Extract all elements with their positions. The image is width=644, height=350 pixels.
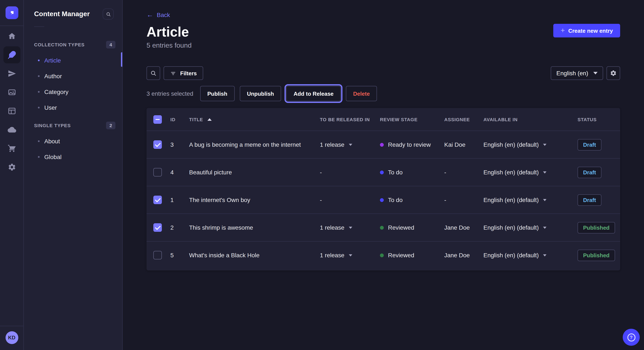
rail-header (0, 0, 24, 26)
stage-dot-icon (380, 198, 384, 202)
column-header-assignee[interactable]: ASSIGNEE (444, 117, 484, 122)
cell-title: What's inside a Black Hole (189, 252, 320, 259)
filter-icon (170, 70, 176, 76)
column-header-stage[interactable]: REVIEW STAGE (380, 117, 444, 122)
bullet-icon (38, 91, 40, 93)
stage-dot-icon (380, 170, 384, 174)
chevron-down-icon (348, 144, 352, 146)
cell-title: The internet's Own boy (189, 196, 320, 203)
chevron-down-icon (348, 226, 352, 229)
cell-available-in[interactable]: English (en) (default) (484, 252, 578, 259)
cell-release[interactable]: 1 release (320, 252, 380, 259)
status-badge: Published (578, 249, 615, 261)
row-checkbox[interactable] (153, 140, 162, 149)
table-row[interactable]: 4 Beautiful picture - To do - English (e… (146, 158, 620, 186)
column-header-title[interactable]: TITLE (189, 117, 320, 122)
cell-available-in[interactable]: English (en) (default) (484, 224, 578, 231)
select-all-checkbox[interactable] (153, 115, 162, 124)
section-label-collection-types: COLLECTION TYPES (34, 42, 84, 47)
create-new-entry-button[interactable]: + Create new entry (554, 24, 620, 37)
cell-available-in[interactable]: English (en) (default) (484, 196, 578, 203)
subnav-search-button[interactable] (103, 8, 114, 19)
sidebar-item-article[interactable]: Article (24, 52, 122, 68)
publish-button[interactable]: Publish (200, 86, 234, 101)
filters-button[interactable]: Filters (164, 66, 203, 80)
row-checkbox[interactable] (153, 196, 162, 204)
help-button[interactable]: ? (623, 329, 640, 346)
table-row[interactable]: 2 This shrimp is awesome 1 release Revie… (146, 213, 620, 241)
row-checkbox[interactable] (153, 223, 162, 232)
cell-available-in[interactable]: English (en) (default) (484, 141, 578, 148)
cell-status: Draft (578, 194, 620, 206)
bullet-icon (38, 107, 40, 108)
unpublish-button[interactable]: Unpublish (240, 86, 281, 101)
icon-rail: KD (0, 0, 24, 350)
sidebar-item-global[interactable]: Global (24, 149, 122, 165)
sidebar-item-category[interactable]: Category (24, 84, 122, 100)
home-icon[interactable] (3, 28, 20, 45)
cell-release[interactable]: - (320, 169, 380, 176)
sidebar-item-author[interactable]: Author (24, 68, 122, 84)
status-badge: Draft (578, 194, 602, 206)
entries-count: 5 entries found (146, 42, 620, 49)
cell-id: 2 (170, 224, 189, 231)
settings-gear-icon[interactable] (3, 159, 20, 176)
cell-available-in[interactable]: English (en) (default) (484, 169, 578, 176)
sidebar-item-user[interactable]: User (24, 100, 122, 115)
strapi-logo-icon[interactable] (5, 6, 18, 19)
table-row[interactable]: 3 A bug is becoming a meme on the intern… (146, 131, 620, 158)
cell-release[interactable]: 1 release (320, 141, 380, 148)
cell-id: 5 (170, 252, 189, 259)
cell-assignee: Kai Doe (444, 141, 484, 148)
cell-assignee: - (444, 169, 484, 176)
subnav-title: Content Manager (34, 9, 90, 19)
app-window: KD Content Manager COLLECTION TYPES 4 Ar… (0, 0, 644, 350)
locale-select[interactable]: English (en) (551, 66, 603, 80)
column-header-release[interactable]: TO BE RELEASED IN (320, 117, 380, 122)
add-to-release-button[interactable]: Add to Release (286, 86, 341, 101)
subnav-divider (34, 26, 44, 27)
cell-id: 4 (170, 169, 189, 176)
cell-id: 1 (170, 196, 189, 203)
cell-release[interactable]: 1 release (320, 224, 380, 231)
chevron-down-icon (543, 226, 546, 229)
section-label-single-types: SINGLE TYPES (34, 123, 71, 128)
rail-footer: KD (0, 326, 24, 350)
content-manager-feather-icon[interactable] (3, 46, 20, 63)
row-checkbox[interactable] (153, 251, 162, 259)
delete-button[interactable]: Delete (346, 86, 377, 101)
column-header-available[interactable]: AVAILABLE IN (484, 117, 578, 122)
single-types-list: About Global (24, 133, 122, 165)
back-link[interactable]: ← Back (146, 11, 170, 18)
bullet-icon (38, 75, 40, 77)
releases-send-icon[interactable] (3, 65, 20, 82)
sidebar-item-about[interactable]: About (24, 133, 122, 149)
status-badge: Published (578, 222, 615, 233)
cell-title: Beautiful picture (189, 169, 320, 176)
cell-assignee: - (444, 196, 484, 203)
content-type-builder-layout-icon[interactable] (3, 103, 20, 120)
column-header-status[interactable]: STATUS (578, 117, 620, 122)
row-checkbox[interactable] (153, 168, 162, 176)
chevron-down-icon (348, 254, 352, 256)
column-header-id[interactable]: ID (170, 117, 189, 122)
table-row[interactable]: 5 What's inside a Black Hole 1 release R… (146, 241, 620, 269)
entries-table: ID TITLE TO BE RELEASED IN REVIEW STAGE … (146, 108, 620, 270)
collection-types-list: Article Author Category User (24, 52, 122, 115)
stage-dot-icon (380, 226, 384, 229)
view-settings-button[interactable] (606, 66, 620, 80)
search-button[interactable] (146, 66, 160, 80)
deploy-cloud-icon[interactable] (3, 121, 20, 138)
cell-release[interactable]: - (320, 196, 380, 203)
user-avatar[interactable]: KD (5, 331, 18, 344)
table-row[interactable]: 1 The internet's Own boy - To do - Engli… (146, 186, 620, 213)
cell-review-stage: To do (380, 169, 444, 176)
marketplace-cart-icon[interactable] (3, 140, 20, 157)
media-library-images-icon[interactable] (3, 84, 20, 101)
chevron-down-icon (543, 144, 546, 146)
cell-title: A bug is becoming a meme on the internet (189, 141, 320, 148)
active-item-indicator (121, 52, 122, 67)
stage-dot-icon (380, 253, 384, 257)
cell-status: Draft (578, 167, 620, 178)
bullet-icon (38, 156, 40, 158)
